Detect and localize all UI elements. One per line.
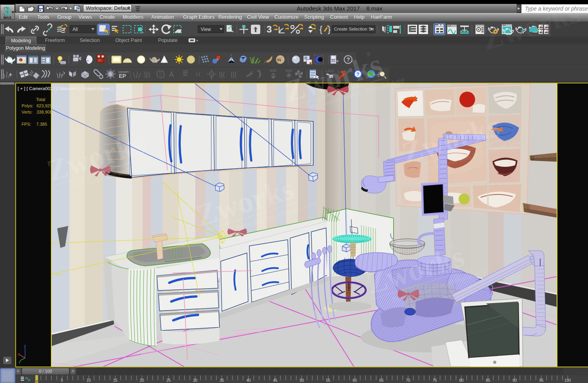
svg-text:35: 35 [220,378,224,383]
svg-text:623,929: 623,929 [36,103,52,108]
svg-text:25: 25 [166,378,171,383]
svg-text:40: 40 [246,378,251,383]
svg-text:30: 30 [193,378,198,383]
svg-text:X: X [18,352,20,356]
svg-text:5: 5 [61,378,63,383]
svg-text:45: 45 [273,378,278,383]
svg-text:[ + ] [ Camera002 ] [ Standard: [ + ] [ Camera002 ] [ Standard ] [ Edged… [18,86,113,91]
svg-text:Z: Z [24,344,26,348]
svg-text:y: y [19,360,21,364]
svg-text:60: 60 [352,378,357,383]
svg-text:85: 85 [486,378,490,383]
svg-text:Zworks: Zworks [478,0,584,57]
svg-text:100: 100 [564,378,571,383]
svg-text:338,908: 338,908 [36,110,52,114]
svg-text:75: 75 [432,378,437,383]
svg-text:55: 55 [326,378,330,383]
svg-text:90: 90 [512,378,517,383]
svg-text:95: 95 [539,378,544,383]
svg-text:Total: Total [36,97,45,102]
svg-text:Verts:: Verts: [22,110,33,114]
svg-text:Polys:: Polys: [22,103,33,108]
svg-text:70: 70 [406,378,410,383]
svg-text:80: 80 [459,378,464,383]
svg-text:0: 0 [36,379,38,383]
svg-text:15: 15 [113,378,118,383]
svg-text:65: 65 [379,378,384,383]
svg-text:50: 50 [299,378,304,383]
svg-text:10: 10 [86,378,91,383]
svg-text:7.385: 7.385 [36,122,47,126]
svg-text:FPS:: FPS: [22,122,31,126]
svg-text:20: 20 [140,378,144,383]
